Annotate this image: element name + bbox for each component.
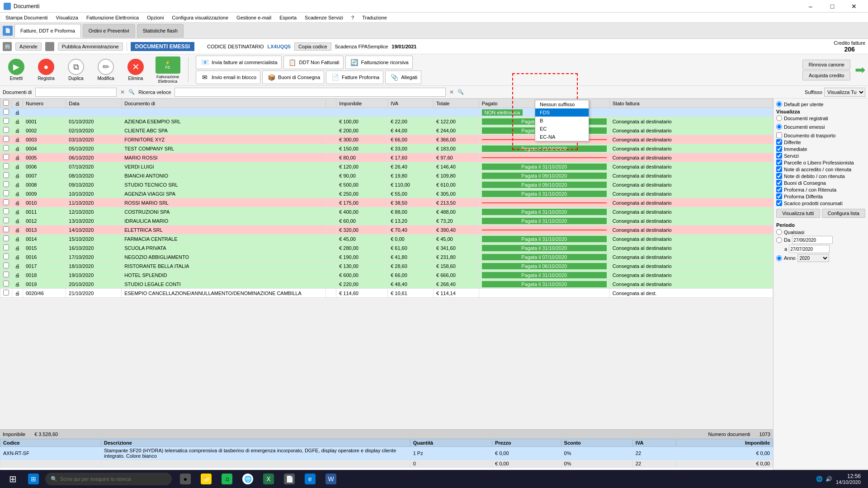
table-row[interactable]: 🖨 0005 06/10/2020 MARIO ROSSI € 80,00 € … [0,153,773,162]
row-print-cell[interactable]: 🖨 [12,108,23,117]
row-checkbox[interactable] [3,118,9,124]
row-checkbox-cell[interactable] [0,216,12,225]
row-print-cell[interactable]: 🖨 [12,162,23,171]
pubblica-button[interactable]: Pubblica Amministrazione [58,42,123,51]
table-row[interactable]: 🖨 0014 15/10/2020 FARMACIA CENTRALE € 45… [0,235,773,244]
table-row[interactable]: 🖨 0010 11/10/2020 ROSSI MARIO SRL € 175,… [0,198,773,207]
registra-button[interactable]: ● Registra [33,56,60,84]
menu-esporta[interactable]: Esporta [276,14,300,21]
row-print-cell[interactable]: 🖨 [12,253,23,262]
documenti-di-input[interactable] [35,88,117,97]
menu-traduzione[interactable]: Traduzione [359,14,391,21]
taskbar-cortana[interactable]: ● [175,470,195,488]
taskbar-search[interactable]: 🔍 [45,473,172,485]
tab-ordini[interactable]: Ordini e Preventivi [83,24,135,38]
row-checkbox-cell[interactable] [0,289,12,298]
row-checkbox[interactable] [3,136,9,142]
doc-trasporto-checkbox[interactable] [776,132,782,138]
table-row[interactable]: 🖨 0020/46 21/10/2020 ESEMPIO CANCELLAZIO… [0,289,773,298]
row-checkbox[interactable] [3,272,9,277]
minimize-button[interactable]: – [800,0,821,13]
task-view-button[interactable]: ⊞ [24,470,43,488]
ricerca-search-icon[interactable]: 🔍 [458,89,464,95]
b-item[interactable]: B [535,117,589,125]
suffisso-dropdown[interactable]: Nessun suffisso FDS B EC EC-NA [535,100,589,141]
row-checkbox[interactable] [3,281,9,286]
menu-help[interactable]: ? [348,14,358,21]
table-row[interactable]: 🖨 0015 16/10/2020 SCUOLA PRIVATA € 280,0… [0,244,773,253]
table-row[interactable]: 🖨 0006 07/10/2020 VERDI LUIGI € 120,00 €… [0,162,773,171]
filter-clear-icon[interactable]: ✕ [120,89,125,95]
taskbar-network-icon[interactable]: 🌐 [816,476,823,482]
row-print-cell[interactable]: 🖨 [12,171,23,180]
row-checkbox[interactable] [3,290,9,296]
taskbar-time-display[interactable]: 12:56 14/10/2020 [836,473,861,485]
copia-codice-button[interactable]: Copia codice [294,42,331,51]
col-imponibile[interactable]: Imponibile [336,99,388,108]
row-checkbox[interactable] [3,235,9,241]
row-print-cell[interactable]: 🖨 [12,271,23,280]
filter-search-icon[interactable]: 🔍 [128,89,135,95]
duplica-button[interactable]: ⧉ Duplica [62,56,90,84]
row-checkbox-cell[interactable] [0,171,12,180]
row-checkbox-cell[interactable] [0,135,12,144]
row-print-cell[interactable]: 🖨 [12,144,23,153]
select-all-checkbox[interactable] [3,100,9,106]
table-row[interactable]: 🖨 0002 02/10/2020 CLIENTE ABC SPA € 200,… [0,126,773,135]
row-print-cell[interactable]: 🖨 [12,117,23,126]
fatt-ricorsiva-button[interactable]: 🔄 Fatturazione ricorsiva [345,56,413,69]
table-row[interactable]: 🖨 0013 14/10/2020 ELETTRICA SRL € 320,00… [0,225,773,235]
row-checkbox-cell[interactable] [0,180,12,189]
row-print-cell[interactable]: 🖨 [12,289,23,298]
table-row[interactable]: 🖨 0001 01/10/2020 AZIENDA ESEMPIO SRL € … [0,117,773,126]
visualizza-radio-documenti-emessi[interactable] [776,124,782,130]
row-print-cell[interactable]: 🖨 [12,198,23,207]
row-print-cell[interactable]: 🖨 [12,126,23,135]
row-print-cell[interactable]: 🖨 [12,207,23,216]
table-row[interactable]: 🖨 0018 19/10/2020 HOTEL SPLENDID € 600,0… [0,271,773,280]
row-print-cell[interactable]: 🖨 [12,189,23,198]
tab-statistiche[interactable]: Statistiche flash [137,24,184,38]
row-checkbox-cell[interactable] [0,117,12,126]
row-checkbox[interactable] [3,199,9,205]
col-data[interactable]: Data [66,99,122,108]
ricerca-clear-icon[interactable]: ✕ [449,89,454,95]
row-print-cell[interactable]: 🖨 [12,280,23,289]
table-row[interactable]: 🖨 NON elettronica [0,108,773,117]
ricerca-veloce-input[interactable] [175,88,446,97]
row-checkbox-cell[interactable] [0,126,12,135]
row-print-cell[interactable]: 🖨 [12,135,23,144]
aziende-button[interactable]: Aziende [15,42,42,51]
taskbar-excel[interactable]: X [259,470,278,488]
table-row[interactable]: 🖨 0004 05/10/2020 TEST COMPANY SRL € 150… [0,144,773,153]
visualizza-select[interactable]: Visualizza Tu Tutti [824,88,865,97]
differite-checkbox[interactable] [776,139,782,145]
row-checkbox[interactable] [3,244,9,250]
row-print-cell[interactable]: 🖨 [12,216,23,225]
modifica-button[interactable]: ✏ Modifica [92,56,119,84]
row-checkbox-cell[interactable] [0,144,12,153]
periodo-anno-radio[interactable] [776,255,782,261]
visualizza-tutti-button[interactable]: Visualizza tutti [776,209,820,218]
table-row[interactable]: 🖨 0008 09/10/2020 STUDIO TECNICO SRL € 5… [0,180,773,189]
invio-email-blocco-button[interactable]: ✉ Invio email in blocco [196,70,260,84]
row-checkbox-cell[interactable] [0,271,12,280]
row-checkbox[interactable] [3,226,9,232]
row-checkbox-cell[interactable] [0,198,12,207]
periodo-a-input[interactable] [789,245,830,253]
table-row[interactable]: 🖨 0009 10/10/2020 AGENZIA VIAGGI SPA € 2… [0,189,773,198]
row-checkbox[interactable] [3,181,9,187]
table-row[interactable]: 🖨 0012 13/10/2020 IDRAULICA MARIO € 60,0… [0,216,773,225]
row-print-cell[interactable]: 🖨 [12,235,23,244]
row-checkbox[interactable] [3,217,9,223]
table-row[interactable]: 🖨 0016 17/10/2020 NEGOZIO ABBIGLIAMENTO … [0,253,773,262]
menu-visualizza[interactable]: Visualizza [52,14,82,21]
ec-item[interactable]: EC [535,125,589,133]
start-button[interactable]: ⊞ [4,470,22,488]
periodo-da-input[interactable] [792,236,833,244]
nessun-suffisso-item[interactable]: Nessun suffisso [535,100,589,108]
row-print-cell[interactable]: 🖨 [12,262,23,271]
row-checkbox-cell[interactable] [0,153,12,162]
row-checkbox[interactable] [3,127,9,133]
row-checkbox-cell[interactable] [0,244,12,253]
